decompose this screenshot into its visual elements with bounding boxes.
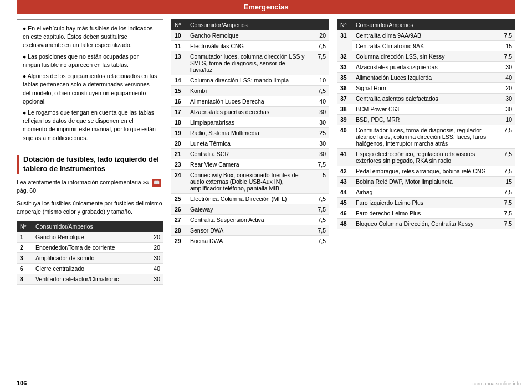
table-row: 20 Luneta Térmica 30: [171, 138, 329, 149]
left-table-num-header: Nº: [17, 221, 32, 232]
fuse-num: 42: [337, 166, 352, 177]
info-bullet-2: ● Las posiciones que no están ocupadas p…: [23, 53, 157, 69]
fuse-consumer: Limpiaparabrisas: [187, 117, 311, 128]
table-row: 41 Espejo electrocrómico, regulación ret…: [337, 149, 515, 166]
book-icon: 📖: [152, 179, 161, 187]
fuse-consumer: Alimentación Luces Derecha: [187, 96, 311, 107]
fuse-num: 36: [337, 83, 352, 94]
table-row: 23 Rear View Camera 7,5: [171, 159, 329, 170]
table-row: 35 Alimentación Luces Izquierda 40: [337, 73, 515, 83]
table-row: 38 BCM Power C63 30: [337, 104, 515, 115]
left-table-consumer-header: Consumidor/Amperios: [32, 221, 146, 232]
fuse-amp: 15: [498, 177, 515, 187]
fuse-consumer: Bobina Relé DWP, Motor limpialuneta: [352, 177, 498, 187]
fuse-num: 31: [337, 30, 352, 51]
fuse-consumer: Electrónica Columna Dirección (MFL): [187, 194, 311, 204]
fuse-consumer: Airbag: [352, 187, 498, 198]
fuse-amp: 7,5: [311, 41, 329, 51]
info-bullet-1: ● En el vehículo hay más fusibles de los…: [23, 24, 157, 50]
right-fuse-table: Nº Consumidor/Amperios 31 Centralita cli…: [337, 19, 515, 229]
table-row: 40 Conmutador luces, toma de diagnosis, …: [337, 125, 515, 149]
fuse-amp: 30: [311, 149, 329, 159]
fuse-consumer: Alzacristales puertas izquierdas: [352, 62, 498, 73]
fuse-num: 29: [171, 236, 187, 246]
table-row: 39 BSD, PDC, MRR 10: [337, 115, 515, 125]
table-row: 15 Kombí 7,5: [171, 86, 329, 96]
fuse-num: 11: [171, 41, 187, 51]
fuse-amp: 40: [311, 96, 329, 107]
fuse-consumer: Amplificador de sonido: [32, 253, 146, 264]
fuse-num: 10: [171, 30, 187, 41]
replace-text: Sustituya los fusibles únicamente por fu…: [17, 199, 163, 215]
right-table-num-header: Nº: [337, 19, 352, 30]
fuse-num: 44: [337, 187, 352, 198]
fuse-amp: 7,5: [498, 198, 515, 208]
table-row: 31 Centralita clima 9AA/9AB 7,5: [337, 30, 515, 41]
right-column: Nº Consumidor/Amperios 31 Centralita cli…: [337, 19, 515, 285]
fuse-num: 40: [337, 125, 352, 149]
fuse-num: 27: [171, 215, 187, 225]
content-area: ● En el vehículo hay más fusibles de los…: [0, 14, 532, 296]
table-row: 36 Signal Horn 20: [337, 83, 515, 94]
fuse-num: 45: [337, 198, 352, 208]
fuse-consumer: Alimentación Luces Izquierda: [352, 73, 498, 83]
fuse-num: 16: [171, 96, 187, 107]
page-header: Emergencias: [17, 0, 515, 14]
fuse-num: 23: [171, 159, 187, 170]
table-row: 11 Electroválvulas CNG 7,5: [171, 41, 329, 51]
table-row: 33 Alzacristales puertas izquierdas 30: [337, 62, 515, 73]
header-title: Emergencias: [244, 3, 289, 11]
info-bullet-3: ● Algunos de los equipamientos relaciona…: [23, 72, 157, 106]
fuse-consumer: Centralita asientos calefactados: [352, 94, 498, 104]
table-row: 48 Bloqueo Columna Dirección, Centralita…: [337, 219, 515, 229]
page-container: Emergencias ● En el vehículo hay más fus…: [0, 0, 532, 392]
fuse-num: 32: [337, 51, 352, 62]
fuse-amp: 7,5: [311, 159, 329, 170]
fuse-consumer: Gancho Remolque: [187, 30, 311, 41]
section-title: Dotación de fusibles, lado izquierdo del…: [17, 155, 163, 174]
fuse-amp: 7,5: [311, 194, 329, 204]
table-row: 44 Airbag 7,5: [337, 187, 515, 198]
table-row: 37 Centralita asientos calefactados 30: [337, 94, 515, 104]
table-row: Centralita Climatronic 9AK 15: [337, 41, 515, 51]
mid-column: Nº Consumidor/Amperios 10 Gancho Remolqu…: [171, 19, 329, 285]
fuse-amp: 7,5: [498, 30, 515, 41]
fuse-amp: 20: [146, 232, 163, 243]
fuse-amp: 25: [311, 128, 329, 138]
table-row: 29 Bocina DWA 7,5: [171, 236, 329, 246]
fuse-consumer: Conmutador luces, columna dirección LSS …: [187, 51, 311, 75]
table-row: 43 Bobina Relé DWP, Motor limpialuneta 1…: [337, 177, 515, 187]
fuse-num: 14: [171, 75, 187, 86]
table-row: 10 Gancho Remolque 20: [171, 30, 329, 41]
fuse-consumer: Centralita SCR: [187, 149, 311, 159]
fuse-consumer: Encendedor/Toma de corriente: [32, 243, 146, 253]
fuse-num: 18: [171, 117, 187, 128]
fuse-num: 41: [337, 149, 352, 166]
fuse-consumer: Faro derecho Leimo Plus: [352, 208, 498, 219]
mid-table-consumer-header: Consumidor/Amperios: [187, 19, 311, 30]
table-row: 26 Gateway 7,5: [171, 204, 329, 215]
fuse-consumer: Bocina DWA: [187, 236, 311, 246]
fuse-consumer: Cierre centralizado: [32, 264, 146, 274]
table-row: 45 Faro izquierdo Leimo Plus 7,5: [337, 198, 515, 208]
fuse-amp: 30: [146, 253, 163, 264]
fuse-amp: 40: [498, 73, 515, 83]
mid-table-num-header: Nº: [171, 19, 187, 30]
fuse-num: 3: [17, 253, 32, 264]
fuse-consumer: BCM Power C63: [352, 104, 498, 115]
fuse-consumer: Signal Horn: [352, 83, 498, 94]
read-more: Lea atentamente la información complemen…: [17, 178, 163, 195]
fuse-amp: 7,5: [498, 149, 515, 166]
fuse-amp: 7,5: [498, 219, 515, 229]
fuse-num: 33: [337, 62, 352, 73]
table-row: 28 Sensor DWA 7,5: [171, 225, 329, 236]
mid-fuse-table: Nº Consumidor/Amperios 10 Gancho Remolqu…: [171, 19, 329, 246]
info-bullet-4: ● Le rogamos que tengan en cuenta que la…: [23, 109, 157, 142]
fuse-amp: 7,5: [311, 236, 329, 246]
fuse-amp: 30: [311, 117, 329, 128]
left-fuse-table: Nº Consumidor/Amperios 1 Gancho Remolque…: [17, 221, 163, 285]
fuse-amp: 7,5: [311, 51, 329, 75]
fuse-consumer: Ventilador calefactor/Climatronic: [32, 274, 146, 285]
table-row: 25 Electrónica Columna Dirección (MFL) 7…: [171, 194, 329, 204]
fuse-amp: 20: [311, 30, 329, 41]
